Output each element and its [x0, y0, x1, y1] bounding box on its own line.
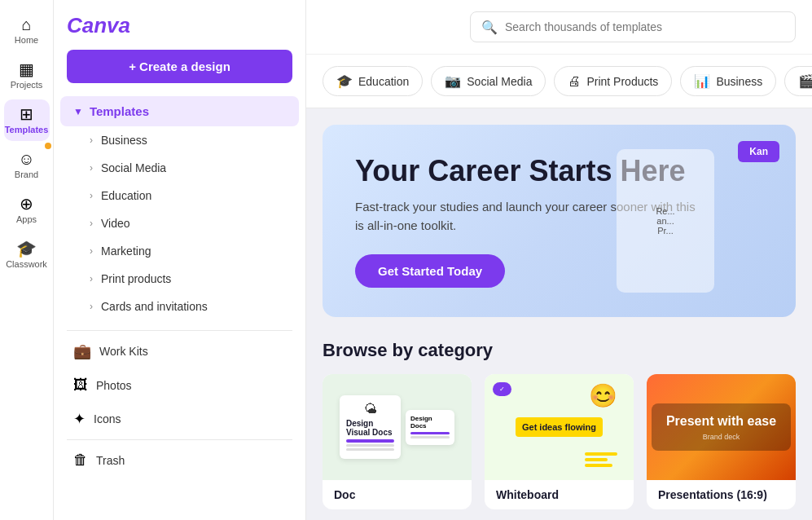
whiteboard-card-visual: Get ideas flowing 😊 ✓: [485, 374, 634, 480]
pres-main-text: Present with ease: [666, 413, 776, 429]
wb-line-1: [585, 452, 617, 456]
chevron-right-icon: ›: [90, 301, 93, 312]
presentations-card-image: Present with ease Brand deck: [647, 374, 796, 480]
classwork-icon: 🎓: [16, 240, 37, 257]
sidebar: Canva + Create a design ▼ Templates › Bu…: [54, 0, 306, 520]
subitem-cards-invitations[interactable]: › Cards and invitations: [60, 293, 299, 320]
browse-section-title: Browse by category: [323, 340, 796, 361]
doc-mini2-bar: [410, 432, 450, 434]
templates-section-header[interactable]: ▼ Templates: [60, 96, 299, 126]
hero-side-text: Re...an...Pr...: [656, 206, 674, 236]
hero-cta-button[interactable]: Get Started Today: [355, 254, 505, 288]
brand-icon: ☺: [18, 151, 34, 167]
chevron-right-icon: ›: [90, 190, 93, 201]
sidebar-item-projects[interactable]: ▦ Projects: [4, 55, 50, 96]
home-icon: ⌂: [21, 16, 31, 33]
sidebar-item-brand[interactable]: ☺ Brand: [4, 144, 50, 186]
projects-icon: ▦: [19, 61, 34, 77]
icons-label: Icons: [94, 412, 121, 425]
doc-mini2-bar2: [410, 436, 450, 438]
print-products-tab-icon: 🖨: [568, 74, 581, 89]
doc-card-image: 🌤 Design Visual Docs DesignDocs: [323, 374, 472, 480]
whiteboard-card-label: Whiteboard: [485, 480, 634, 509]
subitem-marketing[interactable]: › Marketing: [60, 237, 299, 265]
doc-card-visual: 🌤 Design Visual Docs DesignDocs: [323, 374, 472, 480]
icon-nav: ⌂ Home ▦ Projects ⊞ Templates ☺ Brand ⊕ …: [0, 0, 54, 520]
menu-trash[interactable]: 🗑 Trash: [60, 443, 299, 477]
chevron-right-icon: ›: [90, 245, 93, 257]
subitem-social-media[interactable]: › Social Media: [60, 154, 299, 182]
chevron-right-icon: ›: [90, 273, 93, 284]
sidebar-item-classwork[interactable]: 🎓 Classwork: [4, 234, 50, 275]
category-card-doc[interactable]: 🌤 Design Visual Docs DesignDocs: [323, 374, 472, 509]
menu-icons[interactable]: ✦ Icons: [60, 402, 299, 436]
search-input[interactable]: [470, 11, 796, 42]
education-tab-icon: 🎓: [336, 73, 353, 89]
business-tab-label: Business: [716, 75, 762, 88]
subitem-video[interactable]: › Video: [60, 209, 299, 237]
tab-social-media[interactable]: 📷 Social Media: [431, 66, 546, 96]
brand-label: Brand: [15, 170, 38, 179]
tab-business[interactable]: 📊 Business: [680, 66, 776, 96]
category-card-presentations[interactable]: Present with ease Brand deck Presentatio…: [647, 374, 796, 509]
whiteboard-sticky-text: Get ideas flowing: [522, 422, 596, 432]
sidebar-divider-2: [67, 439, 292, 440]
subitem-business[interactable]: › Business: [60, 126, 299, 154]
wb-bubble: ✓: [493, 382, 511, 396]
subitem-marketing-label: Marketing: [101, 245, 151, 258]
subitem-education-label: Education: [101, 189, 151, 202]
chevron-right-icon: ›: [90, 162, 93, 174]
hero-side-card: Re...an...Pr...: [617, 149, 714, 293]
education-tab-label: Education: [358, 75, 409, 88]
menu-work-kits[interactable]: 💼 Work Kits: [60, 334, 299, 368]
presentations-card-visual: Present with ease Brand deck: [647, 374, 796, 480]
trash-label: Trash: [96, 454, 125, 467]
projects-label: Projects: [11, 80, 43, 90]
menu-photos[interactable]: 🖼 Photos: [60, 368, 299, 402]
subitem-social-media-label: Social Media: [101, 161, 166, 174]
apps-icon: ⊕: [20, 196, 33, 212]
tab-video[interactable]: 🎬 Video: [784, 66, 812, 96]
pres-laptop: Present with ease Brand deck: [652, 403, 791, 450]
search-container: 🔍: [470, 11, 796, 42]
tab-print-products[interactable]: 🖨 Print Products: [554, 66, 672, 96]
content-area: Kan Your Career Starts Here Fast-track y…: [306, 108, 812, 520]
photos-label: Photos: [96, 379, 132, 392]
subitem-print-products[interactable]: › Print products: [60, 265, 299, 293]
doc-mini2-title: DesignDocs: [410, 415, 450, 430]
doc-bar-1: [346, 439, 394, 443]
doc-mini-card-1: 🌤 Design Visual Docs: [340, 395, 401, 459]
sidebar-header: Canva + Create a design: [54, 0, 305, 90]
subitem-business-label: Business: [101, 134, 147, 147]
sidebar-item-apps[interactable]: ⊕ Apps: [4, 189, 50, 231]
create-design-button[interactable]: + Create a design: [67, 50, 292, 83]
whiteboard-card-image: Get ideas flowing 😊 ✓: [485, 374, 634, 480]
templates-section: ▼ Templates › Business › Social Media › …: [54, 90, 305, 327]
main-content: 🔍 🎓 Education 📷 Social Media 🖨 Print Pro…: [306, 0, 812, 520]
sun-icon: 🌤: [346, 402, 394, 416]
category-tabs: 🎓 Education 📷 Social Media 🖨 Print Produ…: [306, 55, 812, 108]
social-media-tab-icon: 📷: [445, 73, 461, 89]
sidebar-divider: [67, 330, 292, 331]
chevron-right-icon: ›: [90, 218, 93, 229]
doc-mini-card-2: DesignDocs: [406, 410, 454, 445]
apps-label: Apps: [16, 214, 37, 224]
sidebar-item-home[interactable]: ⌂ Home: [4, 10, 50, 51]
video-tab-icon: 🎬: [798, 73, 812, 89]
pres-sub-text: Brand deck: [666, 433, 776, 441]
templates-label: Templates: [5, 125, 49, 134]
work-kits-icon: 💼: [73, 342, 91, 360]
wb-line-3: [585, 464, 612, 467]
sidebar-item-templates[interactable]: ⊞ Templates: [4, 99, 50, 141]
photos-icon: 🖼: [73, 377, 88, 394]
tab-education[interactable]: 🎓 Education: [323, 66, 423, 96]
category-card-whiteboard[interactable]: Get ideas flowing 😊 ✓ Whiteboard: [485, 374, 634, 509]
whiteboard-lines: [585, 452, 617, 467]
subitem-education[interactable]: › Education: [60, 182, 299, 209]
doc-bar-3: [346, 448, 394, 451]
business-tab-icon: 📊: [694, 73, 710, 89]
doc-mini-title: Design Visual Docs: [346, 419, 394, 437]
wb-line-2: [585, 458, 608, 461]
templates-icon: ⊞: [20, 106, 33, 122]
hero-banner: Kan Your Career Starts Here Fast-track y…: [323, 125, 796, 317]
